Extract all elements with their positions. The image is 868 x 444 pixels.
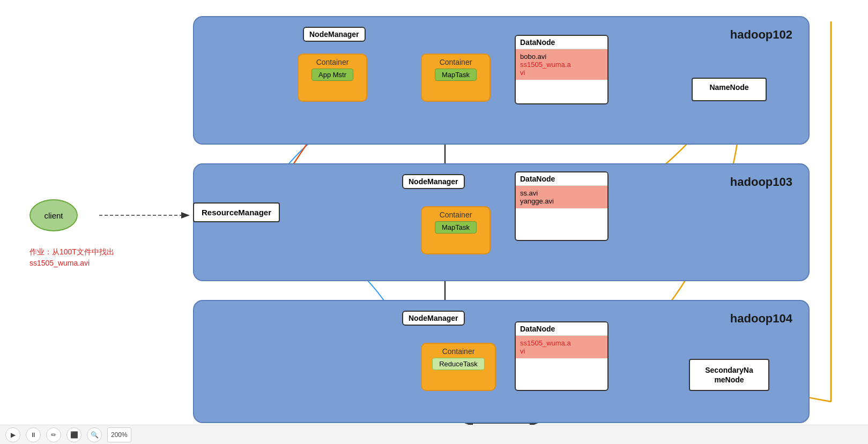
hadoop102-label: hadoop102 [730, 28, 792, 42]
resource-manager-label: ResourceManager [202, 208, 271, 217]
hadoop104-nodemanager: NodeManager [402, 311, 465, 326]
pause-button[interactable]: ⏸ [26, 427, 41, 442]
hadoop104-nm-label: NodeManager [409, 314, 458, 322]
resource-manager: ResourceManager [193, 202, 280, 222]
hadoop103-dn-body: ss.avi yangge.avi [516, 186, 607, 208]
toolbar: ▶ ⏸ ✏ ⬛ 🔍 200% [0, 425, 868, 444]
hadoop103-dn-header: DataNode [516, 172, 607, 186]
hadoop104-dn-line1: ss1505_wuma.a [520, 339, 603, 347]
hadoop103-nodemanager: NodeManager [402, 174, 465, 189]
hadoop103-dn-line1: ss.avi [520, 189, 603, 197]
hadoop104-dn-line2: vi [520, 347, 603, 355]
hadoop104-label: hadoop104 [730, 312, 792, 326]
job-description: 作业：从100T文件中找出 ss1505_wuma.avi [29, 246, 114, 269]
hadoop102-dn-body: bobo.avi ss1505_wuma.a vi [516, 49, 607, 80]
hadoop104-c-label: Container [442, 347, 475, 356]
hadoop102-nodemanager: NodeManager [303, 27, 366, 42]
hadoop103-nm-label: NodeManager [409, 177, 458, 186]
hadoop104-datanode: DataNode ss1505_wuma.a vi [515, 321, 609, 391]
canvas: hadoop102 hadoop103 hadoop104 client 作业：… [0, 0, 868, 444]
edit-button[interactable]: ✏ [46, 427, 61, 442]
hadoop102-appmstr: App Mstr [311, 69, 353, 81]
hadoop102-dn-line3: vi [520, 69, 603, 77]
job-desc-line2: ss1505_wuma.avi [29, 258, 114, 269]
hadoop102-dn-line1: bobo.avi [520, 52, 603, 61]
secondary-namenode-label: SecondaryNameNode [705, 365, 753, 385]
hadoop102-container2: Container MapTask [421, 54, 491, 102]
hadoop103-row: hadoop103 [193, 163, 810, 281]
hadoop103-datanode: DataNode ss.avi yangge.avi [515, 171, 609, 241]
hadoop104-reducetask: ReduceTask [432, 358, 485, 370]
hadoop104-dn-body: ss1505_wuma.a vi [516, 336, 607, 358]
hadoop102-nm-label: NodeManager [309, 30, 359, 39]
zoom-button[interactable]: 🔍 [87, 427, 102, 442]
play-button[interactable]: ▶ [5, 427, 20, 442]
hadoop103-label: hadoop103 [730, 175, 792, 189]
namenode: NameNode [692, 78, 767, 101]
hadoop102-dn-header: DataNode [516, 36, 607, 49]
hadoop103-c-label: Container [440, 210, 472, 219]
stop-button[interactable]: ⬛ [66, 427, 81, 442]
hadoop103-maptask: MapTask [435, 221, 477, 234]
hadoop103-dn-line2: yangge.avi [520, 197, 603, 205]
hadoop102-c2-label: Container [440, 58, 472, 66]
hadoop102-maptask: MapTask [435, 69, 477, 81]
client-label: client [44, 211, 63, 220]
hadoop102-datanode: DataNode bobo.avi ss1505_wuma.a vi [515, 35, 609, 104]
hadoop104-container: Container ReduceTask [421, 343, 496, 391]
hadoop103-container: Container MapTask [421, 206, 491, 254]
hadoop104-dn-header: DataNode [516, 322, 607, 336]
hadoop102-dn-line2: ss1505_wuma.a [520, 61, 603, 69]
hadoop102-container1: Container App Mstr [298, 54, 367, 102]
namenode-label: NameNode [709, 83, 748, 92]
hadoop102-c1-label: Container [316, 58, 349, 66]
secondary-namenode: SecondaryNameNode [689, 359, 769, 391]
client-ellipse: client [29, 199, 78, 231]
zoom-level: 200% [107, 427, 131, 442]
job-desc-line1: 作业：从100T文件中找出 [29, 246, 114, 258]
